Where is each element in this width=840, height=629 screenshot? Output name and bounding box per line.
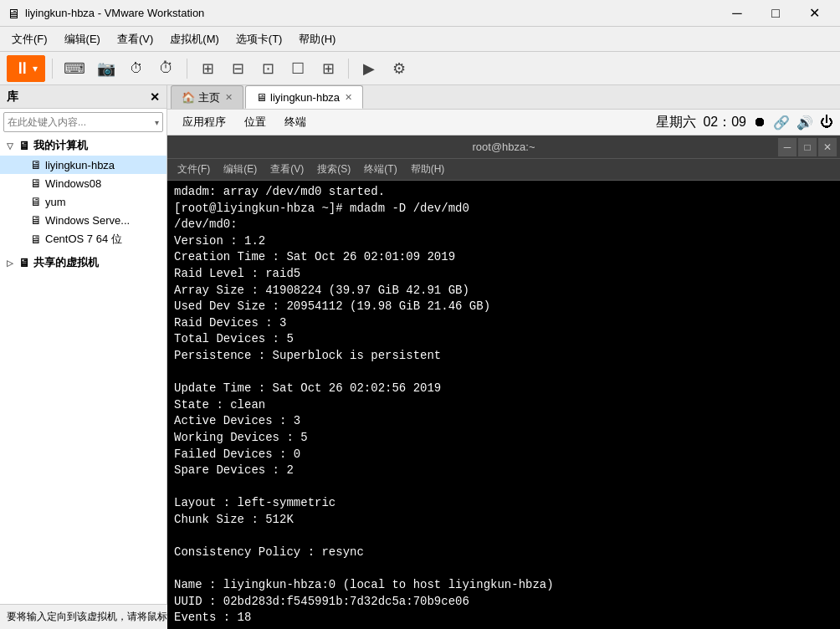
view-fullscreen-button[interactable]: ⊞	[194, 55, 221, 82]
vm-icon-3: 🖥	[30, 195, 42, 208]
sidebar-header: 库 ✕	[0, 85, 166, 109]
tab-vm[interactable]: 🖥 liyingkun-hbza ✕	[245, 85, 363, 109]
vm-close-button[interactable]: ✕	[818, 138, 837, 156]
sidebar-item-windows-server[interactable]: 🖥 Windows Serve...	[0, 211, 166, 229]
apps-button[interactable]: 应用程序	[174, 113, 234, 131]
network-icon[interactable]: 🔗	[773, 115, 790, 130]
vm-title-text: root@hbza:~	[473, 141, 535, 153]
restore-button[interactable]: □	[756, 0, 795, 27]
terminal-line: UUID : 02bd283d:f545991b:7d32dc5a:70b9ce…	[174, 594, 833, 611]
view-multiple-button[interactable]: ⊞	[315, 55, 341, 82]
sidebar-search-box[interactable]: ▾	[3, 112, 163, 132]
location-button[interactable]: 位置	[236, 113, 274, 131]
home-tab-icon: 🏠	[182, 91, 195, 104]
inner-toolbar: 应用程序 位置 终端 星期六 02：09 ⏺ 🔗 🔊 ⏻	[167, 110, 840, 136]
vm-menu-help[interactable]: 帮助(H)	[404, 161, 452, 178]
terminal-line	[174, 561, 833, 578]
time-display: 02：09	[703, 114, 746, 131]
computer-icon: 🖥	[18, 139, 30, 152]
terminal-line: /dev/md0:	[174, 217, 833, 233]
snapshot-manager-button[interactable]: ⏱	[123, 55, 150, 82]
terminal-line: Chunk Size : 512K	[174, 512, 833, 529]
search-dropdown-icon[interactable]: ▾	[155, 118, 159, 127]
sidebar-item-shared-vms[interactable]: ▷ 🖥 共享的虚拟机	[0, 253, 166, 273]
terminal-line: Spare Devices : 2	[174, 463, 833, 479]
terminal-line	[174, 479, 833, 496]
inner-toolbar-right: 星期六 02：09 ⏺ 🔗 🔊 ⏻	[656, 114, 833, 131]
main-area: 库 ✕ ▾ ▽ 🖥 我的计算机 🖥 liyingkun-hbza 🖥 Windo…	[0, 85, 840, 604]
settings-icon: ⚙	[392, 59, 406, 78]
vm-icon-2: 🖥	[30, 176, 42, 190]
vm-menu-file[interactable]: 文件(F)	[171, 161, 217, 178]
volume-icon[interactable]: 🔊	[796, 115, 813, 130]
view-unity-button[interactable]: ⊡	[254, 55, 281, 82]
close-button[interactable]: ✕	[795, 0, 833, 27]
terminal-line: Raid Devices : 3	[174, 315, 833, 332]
terminal-line: Total Devices : 5	[174, 331, 833, 348]
title-bar-controls: ─ □ ✕	[718, 0, 833, 27]
snapshot-icon: ⏱	[130, 61, 143, 76]
vm-menu-search[interactable]: 搜索(S)	[310, 161, 357, 178]
vm-menu-view[interactable]: 查看(V)	[264, 161, 310, 178]
vm-terminal-content[interactable]: mdadm: array /dev/md0 started.[root@liyi…	[167, 181, 840, 629]
keyboard-icon: ⌨	[64, 59, 85, 78]
expand-icon: ▽	[7, 141, 18, 151]
sidebar-item-my-computer[interactable]: ▽ 🖥 我的计算机	[0, 136, 166, 156]
menu-view[interactable]: 查看(V)	[109, 28, 161, 50]
send-ctrl-alt-del-button[interactable]: ⌨	[59, 55, 90, 82]
sidebar-item-liyingkun-hbza[interactable]: 🖥 liyingkun-hbza	[0, 156, 166, 174]
minimize-button[interactable]: ─	[718, 0, 756, 27]
title-bar-text: liyingkun-hbza - VMware Workstation	[25, 7, 718, 19]
toolbar-separator-1	[52, 59, 53, 79]
record-icon[interactable]: ⏺	[753, 115, 766, 130]
menu-edit[interactable]: 编辑(E)	[56, 28, 109, 50]
title-bar: 🖥 liyingkun-hbza - VMware Workstation ─ …	[0, 0, 840, 27]
toolbar-separator-2	[187, 59, 187, 79]
sidebar-item-centos[interactable]: 🖥 CentOS 7 64 位	[0, 229, 166, 249]
terminal-line: Used Dev Size : 20954112 (19.98 GiB 21.4…	[174, 299, 833, 315]
vm-window: root@hbza:~ ─ □ ✕ 文件(F) 编辑(E) 查看(V) 搜索(S…	[167, 136, 840, 629]
console-button[interactable]: ▶	[356, 55, 382, 82]
menu-bar: 文件(F) 编辑(E) 查看(V) 虚拟机(M) 选项卡(T) 帮助(H)	[0, 27, 840, 52]
sidebar-item-yum[interactable]: 🖥 yum	[0, 192, 166, 211]
tab-home-close[interactable]: ✕	[225, 92, 233, 103]
view-single-button[interactable]: ☐	[284, 55, 311, 82]
tab-home[interactable]: 🏠 主页 ✕	[171, 85, 243, 109]
suspend-button[interactable]: ⏱	[153, 55, 180, 82]
sidebar-item-label: 我的计算机	[33, 138, 88, 153]
sidebar-item-windows08[interactable]: 🖥 Windows08	[0, 174, 166, 192]
unity-icon: ⊡	[262, 59, 274, 78]
sidebar-close-icon[interactable]: ✕	[150, 90, 160, 104]
camera-icon: 📷	[97, 59, 115, 78]
tab-bar: 🏠 主页 ✕ 🖥 liyingkun-hbza ✕	[167, 85, 840, 110]
vm-menu-terminal[interactable]: 终端(T)	[357, 161, 403, 178]
sidebar-item-label-1: liyingkun-hbza	[45, 159, 115, 171]
multiple-icon: ⊞	[322, 59, 335, 78]
view-split-button[interactable]: ⊟	[224, 55, 251, 82]
pause-button[interactable]: ⏸ ▾	[7, 55, 45, 82]
menu-tabs[interactable]: 选项卡(T)	[228, 28, 291, 50]
terminal-line: Version : 1.2	[174, 233, 833, 250]
search-input[interactable]	[8, 116, 155, 128]
settings-button[interactable]: ⚙	[386, 55, 412, 82]
vm-minimize-button[interactable]: ─	[778, 138, 796, 156]
pause-icon: ⏸	[14, 59, 31, 78]
toolbar-separator-3	[348, 59, 349, 79]
menu-help[interactable]: 帮助(H)	[290, 28, 344, 50]
terminal-line: mdadm: array /dev/md0 started.	[174, 184, 833, 201]
menu-file[interactable]: 文件(F)	[3, 28, 56, 50]
terminal-line: Name : liyingkun-hbza:0 (local to host l…	[174, 577, 833, 594]
vm-title-bar: root@hbza:~ ─ □ ✕	[167, 136, 840, 159]
terminal-line: Consistency Policy : resync	[174, 545, 833, 561]
power-icon[interactable]: ⏻	[820, 115, 833, 130]
vm-title-controls: ─ □ ✕	[778, 138, 837, 156]
vm-restore-button[interactable]: □	[798, 138, 817, 156]
suspend-icon: ⏱	[159, 59, 174, 77]
vm-menu-edit[interactable]: 编辑(E)	[217, 161, 264, 178]
snapshot-button[interactable]: 📷	[93, 55, 120, 82]
menu-vm[interactable]: 虚拟机(M)	[161, 28, 228, 50]
tab-vm-close[interactable]: ✕	[345, 92, 352, 103]
terminal-line: Raid Level : raid5	[174, 266, 833, 283]
terminal-button[interactable]: 终端	[276, 113, 315, 131]
vm-icon-5: 🖥	[30, 233, 42, 246]
